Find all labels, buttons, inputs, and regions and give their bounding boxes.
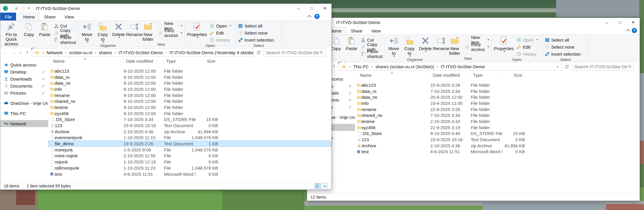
easy-access-button[interactable]: Easy access xyxy=(463,43,490,50)
collapse-ribbon-icon[interactable] xyxy=(626,29,630,33)
search-box[interactable] xyxy=(263,48,326,57)
minimize-button[interactable] xyxy=(292,4,305,13)
sidebar-item-onedrive[interactable]: OneDrive - Vrije Univ xyxy=(0,100,48,107)
select-none-button[interactable]: Select none xyxy=(237,29,275,36)
file-row[interactable]: test4-6-2025 11:51Microsoft Word 9...0 K… xyxy=(48,171,331,177)
move-to-button[interactable]: Move to xyxy=(79,22,95,43)
refresh-icon[interactable] xyxy=(563,63,571,70)
file-row[interactable]: morejunk1-5-2025 9:09File1.048.576 KB xyxy=(48,147,331,153)
paste-shortcut-button[interactable]: Paste shortcut xyxy=(359,50,384,57)
file-row[interactable]: nojunk1-10-2025 12:19File0 KB xyxy=(48,159,331,165)
column-header-type[interactable]: Type xyxy=(471,72,502,78)
sidebar-item-pictures[interactable]: Pictures xyxy=(0,89,48,96)
search-input[interactable] xyxy=(574,64,628,69)
file-row[interactable]: .DS_Store9-10-2025 9:40DS_STORE File15 K… xyxy=(355,131,640,137)
customize-toolbar-caret-icon[interactable] xyxy=(28,8,30,9)
crumb-share-name[interactable]: IT-ITVO-SciStor-Demo xyxy=(440,64,486,69)
delete-button[interactable]: Delete xyxy=(417,36,433,53)
select-all-button[interactable]: Select all xyxy=(237,22,275,29)
column-header-date[interactable]: Date modified xyxy=(430,72,471,78)
title-bar[interactable]: IT-ITVO-SciStor-Demo xyxy=(0,4,331,13)
file-row[interactable]: shared_rw7-10-2025 3:34File folder xyxy=(355,112,640,118)
refresh-icon[interactable] xyxy=(255,49,262,56)
file-row[interactable]: abc12322-9-2025 3:28File folder xyxy=(355,82,640,88)
back-icon[interactable]: ← xyxy=(2,50,9,55)
file-row[interactable]: xyz4569-10-2025 12:00File folder xyxy=(48,110,331,117)
new-folder-quick-icon[interactable] xyxy=(20,6,25,11)
file-row[interactable]: testme9-10-2025 12:00File folder xyxy=(48,104,331,110)
forward-icon[interactable]: → xyxy=(10,50,17,55)
paste-button[interactable]: Paste xyxy=(344,36,359,52)
paste-button[interactable]: Paste xyxy=(37,22,53,37)
open-button[interactable]: Open xyxy=(515,36,539,43)
history-button[interactable]: History xyxy=(515,50,539,57)
file-row[interactable]: data_ro7-10-2025 3:34File folder xyxy=(355,88,640,94)
select-none-button[interactable]: Select none xyxy=(544,43,582,50)
sidebar-item-quick-access[interactable]: Quick access xyxy=(0,61,48,68)
properties-button[interactable]: Properties xyxy=(492,36,515,53)
select-all-button[interactable]: Select all xyxy=(544,36,582,43)
close-button[interactable] xyxy=(318,4,331,13)
details-view-button[interactable] xyxy=(315,183,321,189)
new-folder-button[interactable]: New folder xyxy=(446,36,463,56)
crumb-snapshot[interactable]: IT-ITVO-SciStor-Demo (Yesterday 9 oktobe… xyxy=(169,50,254,55)
file-row[interactable]: evenmorejunk1-10-2025 11:15File1.048.576… xyxy=(48,135,331,141)
column-header-date[interactable]: Date modified xyxy=(124,58,164,64)
copy-to-button[interactable]: Copy to xyxy=(402,36,417,57)
file-row[interactable]: 12323-9-2025 10:18Text Document0 KB xyxy=(355,136,640,143)
file-row-selected[interactable]: file_demo19-9-2025 2:26Text Document1 KB xyxy=(48,141,331,147)
search-box[interactable] xyxy=(572,62,634,71)
copy-to-button[interactable]: Copy to xyxy=(95,22,111,43)
sidebar-item-desktop[interactable]: Desktop xyxy=(0,68,48,75)
address-dropdown-caret-icon[interactable]: ∨ xyxy=(555,65,560,68)
title-bar[interactable]: IT-ITVO-SciStor-Demo xyxy=(307,18,640,27)
invert-selection-button[interactable]: Invert selection xyxy=(544,50,582,57)
tab-share[interactable]: Share xyxy=(346,27,367,35)
tab-home[interactable]: Home xyxy=(18,13,40,21)
help-icon[interactable]: ? xyxy=(314,14,320,19)
pin-to-quick-access-button[interactable]: Pin to Quick access xyxy=(1,22,21,47)
edit-button[interactable]: Edit xyxy=(208,29,232,36)
recent-locations-caret-icon[interactable]: ∨ xyxy=(18,51,23,54)
file-row[interactable]: 12323-9-2025 10:18Text Document0 KB xyxy=(48,122,331,129)
crumb-server[interactable]: scistor.vu.nl xyxy=(68,50,93,55)
tab-view[interactable]: View xyxy=(60,13,78,21)
file-row[interactable]: testme2-10-2025 4:33File folder xyxy=(355,118,640,124)
file-row[interactable]: info23-4-2024 12:45File folder xyxy=(355,100,640,106)
file-row[interactable]: .DS_Store7-10-2025 3:34DS_STORE File15 K… xyxy=(48,117,331,123)
history-button[interactable]: History xyxy=(208,36,232,43)
move-to-button[interactable]: Move to xyxy=(386,36,402,57)
file-row[interactable]: shared_rw9-10-2025 12:00File folder xyxy=(48,98,331,104)
help-icon[interactable]: ? xyxy=(632,28,637,33)
close-button[interactable] xyxy=(626,18,640,27)
crumb-network[interactable]: Network xyxy=(46,50,64,55)
column-header-size[interactable]: Size xyxy=(196,58,218,64)
minimize-button[interactable] xyxy=(600,18,613,27)
file-row[interactable]: stillmorejunk1-10-2025 11:23File1.048.57… xyxy=(48,165,331,171)
file-row[interactable]: data_ro9-10-2025 12:00File folder xyxy=(48,74,331,80)
sidebar-item-downloads[interactable]: Downloads xyxy=(0,75,48,82)
up-icon[interactable]: ↑ xyxy=(24,50,31,55)
breadcrumb[interactable]: ›This PC ›shares (scistor.vu.nl (SciStor… xyxy=(339,62,562,71)
invert-selection-button[interactable]: Invert selection xyxy=(237,36,275,43)
maximize-button[interactable] xyxy=(305,4,318,13)
new-folder-button[interactable]: New folder xyxy=(139,22,157,42)
file-row[interactable]: test4-6-2025 11:51Microsoft Word 9...0 K… xyxy=(355,149,640,155)
crumb-this-pc[interactable]: This PC xyxy=(352,64,370,69)
breadcrumb[interactable]: ›Network ›scistor.vu.nl ›shares ›IT-ITVO… xyxy=(32,48,254,57)
collapse-ribbon-icon[interactable] xyxy=(307,15,311,19)
paste-shortcut-button[interactable]: Paste shortcut xyxy=(53,36,77,43)
sidebar-item-network[interactable]: Network xyxy=(0,120,48,127)
open-button[interactable]: Open xyxy=(208,22,232,29)
column-header-size[interactable]: Size xyxy=(502,72,525,78)
file-row[interactable]: rename22-9-2025 3:28File folder xyxy=(355,106,640,112)
edit-button[interactable]: Edit xyxy=(515,43,539,50)
copy-button[interactable]: Copy xyxy=(21,22,37,37)
tab-view[interactable]: View xyxy=(367,27,385,35)
crumb-share-name[interactable]: IT-ITVO-SciStor-Demo xyxy=(118,50,164,55)
file-row[interactable]: Archive2-10-2025 4:36zip Archive41.894 K… xyxy=(48,129,331,135)
properties-quick-icon[interactable] xyxy=(14,6,19,11)
properties-button[interactable]: Properties xyxy=(186,22,208,39)
column-header-type[interactable]: Type xyxy=(164,58,196,64)
crumb-shares[interactable]: shares xyxy=(98,50,113,55)
